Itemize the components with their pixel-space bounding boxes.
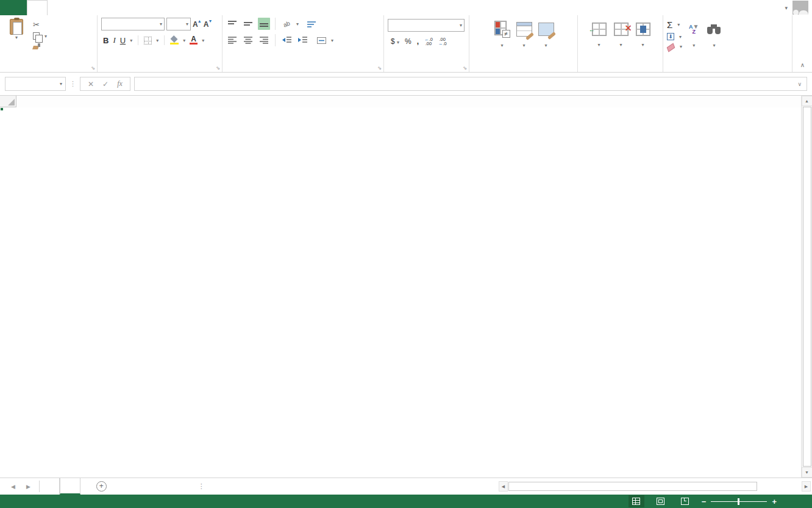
percent-style-button[interactable]: % — [405, 37, 411, 46]
italic-button[interactable]: I — [113, 35, 115, 45]
font-color-caret-icon[interactable]: ▾ — [202, 38, 204, 43]
name-box[interactable]: ▾ — [5, 77, 66, 91]
cancel-entry-icon[interactable]: ✕ — [88, 80, 94, 88]
clear-button[interactable]: ▾ — [667, 43, 682, 50]
scroll-up-icon[interactable]: ▲ — [802, 96, 812, 106]
underline-caret-icon[interactable]: ▾ — [130, 38, 132, 43]
user-avatar[interactable] — [792, 1, 808, 15]
fill-color-button[interactable] — [170, 37, 179, 45]
tab-view[interactable] — [145, 0, 165, 15]
horizontal-scrollbar[interactable]: ◀ ▶ — [499, 481, 811, 492]
decrease-font-button[interactable]: A▼ — [204, 20, 213, 29]
insert-function-icon[interactable]: fx — [117, 79, 123, 88]
top-align-button[interactable] — [226, 18, 238, 30]
vertical-scrollbar[interactable]: ▲ ▼ — [801, 96, 812, 478]
underline-button[interactable]: U — [120, 36, 126, 45]
next-sheet-icon[interactable]: ▶ — [26, 484, 30, 490]
bold-button[interactable]: B — [103, 36, 109, 45]
conditional-formatting-button[interactable]: ≠ ▾ — [493, 18, 512, 62]
scroll-right-icon[interactable]: ▶ — [802, 481, 811, 492]
align-center-button[interactable] — [242, 34, 254, 46]
zoom-out-button[interactable]: − — [702, 497, 707, 506]
fill-color-caret-icon[interactable]: ▾ — [183, 38, 185, 43]
sort-filter-button[interactable]: A▼Z ▾ — [687, 18, 700, 62]
tabbar-splitter[interactable]: ⋮ — [198, 482, 205, 490]
format-cells-button[interactable]: ▾ — [634, 18, 652, 62]
sort-label-2: ▾ — [693, 41, 695, 49]
font-size-combo[interactable]: ▾ — [166, 18, 191, 30]
copy-button[interactable]: ▾ — [33, 32, 47, 40]
clipboard-dialog-launcher[interactable]: ⇘ — [91, 65, 95, 71]
format-as-table-button[interactable]: ▾ — [515, 18, 534, 62]
formula-input[interactable]: ∨ — [134, 77, 807, 91]
collapse-ribbon-icon[interactable]: ∧ — [800, 62, 805, 68]
tab-review[interactable] — [126, 0, 145, 15]
group-number: ▾ $ ▾ % , ←.0.00 .00→.0 ⇘ — [384, 15, 469, 72]
increase-decimal-button[interactable]: ←.0.00 — [424, 37, 433, 46]
autosum-button[interactable]: Σ▾ — [667, 20, 682, 30]
confirm-entry-icon[interactable]: ✓ — [102, 80, 109, 88]
new-sheet-button[interactable]: + — [96, 481, 107, 492]
orientation-button[interactable]: ab — [279, 16, 294, 32]
comma-style-button[interactable]: , — [417, 37, 419, 46]
increase-font-button[interactable]: A▲ — [193, 20, 202, 29]
insert-cells-icon: ← — [592, 23, 607, 36]
scroll-left-icon[interactable]: ◀ — [499, 481, 508, 492]
sheet-tab-configuration[interactable] — [40, 478, 60, 495]
vertical-scroll-thumb[interactable] — [803, 107, 811, 467]
middle-align-button[interactable] — [242, 18, 254, 30]
cf-label-2: ▾ — [500, 41, 503, 49]
formula-bar-row: ▾ ⋮ ✕ ✓ fx ∨ — [0, 73, 812, 96]
decrease-indent-button[interactable] — [280, 34, 293, 46]
increase-indent-button[interactable] — [296, 34, 308, 46]
zoom-in-button[interactable]: + — [772, 497, 777, 506]
align-left-button[interactable] — [226, 34, 238, 46]
format-cells-icon — [636, 23, 650, 36]
insert-cells-button[interactable]: ← ▾ — [590, 18, 608, 62]
format-painter-button[interactable] — [33, 43, 47, 50]
tab-home[interactable] — [27, 0, 48, 15]
cell-styles-button[interactable]: ▾ — [536, 18, 556, 62]
tab-page-layout[interactable] — [67, 0, 87, 15]
find-select-button[interactable]: ▾ — [705, 18, 722, 62]
font-color-button[interactable]: A — [190, 36, 198, 45]
align-right-button[interactable] — [258, 34, 270, 46]
font-name-combo[interactable]: ▾ — [101, 18, 165, 30]
tab-file[interactable] — [0, 0, 27, 15]
page-break-view-button[interactable] — [677, 495, 693, 507]
select-all-corner[interactable] — [0, 96, 16, 107]
expand-formula-bar-icon[interactable]: ∨ — [797, 81, 802, 87]
tab-formulas[interactable] — [87, 0, 106, 15]
zoom-slider-thumb[interactable] — [738, 498, 739, 505]
selection-fill-handle[interactable] — [0, 107, 4, 111]
group-cells: ← ▾ ✕ ▾ ▾ — [578, 15, 663, 72]
number-dialog-launcher[interactable]: ⇘ — [463, 65, 467, 71]
bottom-align-button[interactable] — [258, 18, 270, 30]
tab-data[interactable] — [106, 0, 126, 15]
horizontal-scroll-thumb[interactable] — [508, 482, 757, 491]
alignment-dialog-launcher[interactable]: ⇘ — [377, 65, 382, 71]
zoom-slider[interactable] — [711, 501, 767, 502]
prev-sheet-icon[interactable]: ◀ — [11, 484, 15, 490]
page-layout-view-button[interactable] — [653, 495, 669, 507]
borders-button[interactable] — [144, 37, 152, 45]
group-font: ▾ ▾ A▲ A▼ B I U▾ ▾ ▾ A▾ ⇘ — [98, 15, 223, 72]
number-format-combo[interactable]: ▾ — [388, 19, 465, 32]
wrap-text-button[interactable] — [307, 21, 319, 27]
font-dialog-launcher[interactable]: ⇘ — [216, 65, 220, 71]
delete-cells-button[interactable]: ✕ ▾ — [612, 18, 630, 62]
normal-view-button[interactable] — [629, 495, 644, 507]
accounting-format-button[interactable]: $ ▾ — [391, 37, 399, 46]
ribbon-options-caret-icon[interactable]: ▾ — [785, 5, 788, 11]
borders-caret-icon[interactable]: ▾ — [156, 38, 158, 43]
merge-center-button[interactable]: ▾ — [317, 37, 333, 44]
sheet-tab-organization[interactable] — [60, 478, 80, 495]
formula-bar-splitter[interactable]: ⋮ — [69, 80, 76, 88]
scroll-down-icon[interactable]: ▼ — [802, 467, 812, 478]
cut-button[interactable]: ✂ — [33, 20, 47, 29]
orientation-caret-icon[interactable]: ▾ — [296, 21, 299, 27]
decrease-decimal-button[interactable]: .00→.0 — [438, 37, 447, 46]
tab-insert[interactable] — [48, 0, 67, 15]
paste-button[interactable]: ▾ — [4, 18, 29, 62]
fill-button[interactable]: ⬇▾ — [667, 33, 682, 40]
